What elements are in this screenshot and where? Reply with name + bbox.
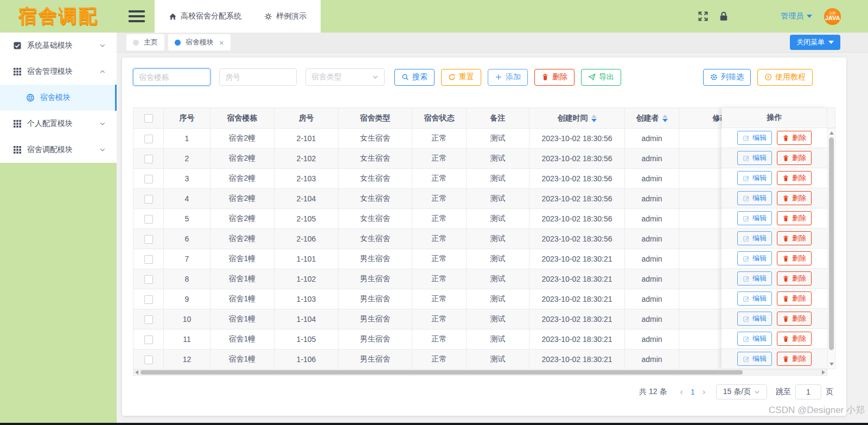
vertical-scroll-thumb[interactable] bbox=[829, 137, 834, 350]
row-delete-label: 删除 bbox=[792, 213, 806, 223]
scroll-up-arrow[interactable] bbox=[829, 131, 834, 135]
scroll-right-arrow[interactable] bbox=[822, 370, 825, 375]
cell-creator: admin bbox=[625, 189, 679, 209]
row-checkbox[interactable] bbox=[144, 195, 153, 204]
row-checkbox[interactable] bbox=[144, 295, 153, 304]
col-header-created[interactable]: 创建时间 bbox=[529, 108, 625, 129]
lock-icon[interactable] bbox=[718, 11, 729, 22]
edit-button[interactable]: 编辑 bbox=[737, 131, 772, 145]
row-checkbox[interactable] bbox=[144, 235, 153, 244]
scroll-left-arrow[interactable] bbox=[135, 370, 138, 375]
search-button[interactable]: 搜索 bbox=[394, 69, 435, 86]
row-delete-button[interactable]: 删除 bbox=[777, 171, 812, 185]
tab-dorm-module-active[interactable]: 宿舍模块 × bbox=[168, 34, 231, 50]
row-delete-button[interactable]: 删除 bbox=[777, 251, 812, 265]
edit-button[interactable]: 编辑 bbox=[737, 151, 772, 165]
edit-button[interactable]: 编辑 bbox=[737, 251, 772, 265]
row-checkbox[interactable] bbox=[144, 215, 153, 224]
hamburger-menu-icon[interactable] bbox=[129, 10, 145, 22]
user-menu[interactable]: 管理员 bbox=[781, 11, 812, 21]
edit-button[interactable]: 编辑 bbox=[737, 312, 772, 326]
row-delete-button[interactable]: 删除 bbox=[777, 151, 812, 165]
horizontal-scrollbar[interactable] bbox=[133, 369, 827, 376]
edit-label: 编辑 bbox=[752, 314, 767, 323]
vertical-scrollbar[interactable] bbox=[827, 107, 835, 369]
operation-row: 编辑 删除 bbox=[722, 168, 827, 188]
add-button[interactable]: 添加 bbox=[488, 69, 528, 86]
column-filter-button[interactable]: 列筛选 bbox=[703, 69, 751, 86]
scroll-down-arrow[interactable] bbox=[829, 363, 834, 366]
row-checkbox[interactable] bbox=[144, 255, 153, 264]
horizontal-scroll-thumb[interactable] bbox=[141, 370, 743, 375]
jump-page-input[interactable] bbox=[795, 384, 821, 399]
page-size-select[interactable]: 15 条/页 bbox=[716, 384, 767, 399]
dorm-type-placeholder: 宿舍类型 bbox=[311, 72, 342, 82]
row-delete-label: 删除 bbox=[792, 294, 806, 303]
building-input[interactable] bbox=[133, 68, 210, 86]
sidebar-subitem-label: 宿舍模块 bbox=[40, 93, 71, 103]
tab-home[interactable]: 主页 bbox=[126, 34, 164, 50]
next-page-button[interactable]: › bbox=[699, 387, 709, 397]
close-menu-button[interactable]: 关闭菜单 bbox=[790, 35, 840, 50]
row-delete-button[interactable]: 删除 bbox=[777, 291, 812, 306]
row-checkbox[interactable] bbox=[144, 335, 153, 344]
sort-icons[interactable] bbox=[662, 115, 668, 122]
room-input[interactable] bbox=[219, 68, 297, 86]
select-all-checkbox[interactable] bbox=[144, 114, 153, 123]
sidebar-item-dorm-manage[interactable]: 宿舍管理模块 bbox=[0, 59, 117, 85]
prev-page-button[interactable]: ‹ bbox=[677, 387, 686, 397]
current-page[interactable]: 1 bbox=[686, 388, 699, 396]
nav-system-home[interactable]: 高校宿舍分配系统 bbox=[169, 11, 241, 21]
nav-demo[interactable]: 样例演示 bbox=[264, 11, 307, 21]
tutorial-button[interactable]: ? 使用教程 bbox=[757, 69, 813, 86]
sidebar-subitem-dorm-module-active[interactable]: 宿舍模块 bbox=[0, 85, 117, 111]
row-delete-button[interactable]: 删除 bbox=[777, 332, 812, 346]
row-delete-button[interactable]: 删除 bbox=[777, 231, 812, 245]
edit-label: 编辑 bbox=[752, 274, 767, 283]
sidebar-item-system-base[interactable]: 系统基础模块 bbox=[0, 33, 117, 59]
edit-button[interactable]: 编辑 bbox=[737, 352, 772, 366]
row-checkbox[interactable] bbox=[144, 155, 153, 163]
edit-button[interactable]: 编辑 bbox=[737, 271, 772, 286]
row-delete-button[interactable]: 删除 bbox=[777, 131, 812, 145]
row-checkbox[interactable] bbox=[144, 175, 153, 183]
avatar[interactable]: 小郑 JAVA bbox=[824, 8, 841, 25]
reset-button[interactable]: 重置 bbox=[441, 69, 481, 86]
delete-button[interactable]: 删除 bbox=[534, 69, 575, 86]
export-button[interactable]: 导出 bbox=[581, 69, 621, 86]
row-delete-button[interactable]: 删除 bbox=[777, 211, 812, 225]
row-checkbox[interactable] bbox=[144, 356, 153, 364]
edit-button[interactable]: 编辑 bbox=[737, 191, 772, 205]
row-checkbox[interactable] bbox=[144, 315, 153, 324]
row-checkbox[interactable] bbox=[144, 275, 153, 284]
cell-building: 宿舍2幢 bbox=[210, 149, 275, 169]
sidebar-item-dorm-allocate[interactable]: 宿舍调配模块 bbox=[0, 137, 117, 163]
edit-button[interactable]: 编辑 bbox=[737, 171, 772, 185]
cell-index: 5 bbox=[164, 209, 210, 229]
table-row: 9 宿舍1幢 1-103 男生宿舍 正常 测试 2023-10-02 18:30… bbox=[133, 289, 777, 309]
row-delete-button[interactable]: 删除 bbox=[777, 191, 812, 205]
paper-plane-icon bbox=[588, 73, 596, 81]
col-header-label: 创建时间 bbox=[558, 113, 588, 122]
cell-room: 1-104 bbox=[275, 309, 339, 329]
row-delete-button[interactable]: 删除 bbox=[777, 312, 812, 326]
col-header-type: 宿舍类型 bbox=[339, 108, 412, 129]
row-checkbox[interactable] bbox=[144, 135, 153, 143]
row-delete-label: 删除 bbox=[792, 153, 806, 163]
edit-button[interactable]: 编辑 bbox=[737, 332, 772, 346]
sidebar-item-personal-config[interactable]: 个人配置模块 bbox=[0, 111, 117, 137]
sort-icons[interactable] bbox=[591, 115, 597, 122]
fullscreen-icon[interactable] bbox=[698, 11, 709, 22]
dorm-type-select[interactable]: 宿舍类型 bbox=[305, 68, 385, 86]
edit-button[interactable]: 编辑 bbox=[737, 211, 772, 225]
row-delete-button[interactable]: 删除 bbox=[777, 271, 812, 286]
row-delete-label: 删除 bbox=[792, 173, 806, 183]
cell-created: 2023-10-02 18:30:56 bbox=[529, 129, 625, 149]
row-delete-button[interactable]: 删除 bbox=[777, 352, 812, 366]
col-header-creator[interactable]: 创建者 bbox=[625, 108, 679, 129]
edit-button[interactable]: 编辑 bbox=[737, 291, 772, 306]
sidebar-item-label: 个人配置模块 bbox=[27, 119, 99, 129]
row-checkbox-cell bbox=[133, 309, 164, 329]
tab-close-icon[interactable]: × bbox=[219, 39, 224, 47]
edit-button[interactable]: 编辑 bbox=[737, 231, 772, 245]
